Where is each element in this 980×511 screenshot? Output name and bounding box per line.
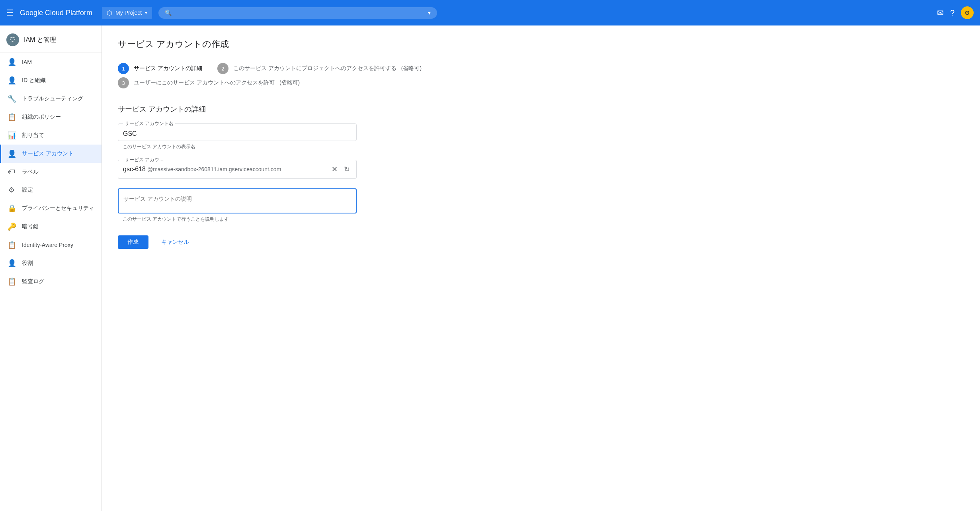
page-title: サービス アカウントの作成: [118, 38, 964, 50]
description-form-group: このサービス アカウントで行うことを説明します: [118, 188, 357, 223]
step3-optional: (省略可): [279, 79, 300, 86]
search-input[interactable]: [175, 10, 425, 16]
stepper: 1 サービス アカウントの詳細 — 2 このサービス アカウントにプロジェクトへ…: [118, 63, 964, 88]
sidebar-item-org-policy[interactable]: 📋 組織のポリシー: [0, 108, 102, 126]
step1-label: サービス アカウントの詳細: [134, 65, 202, 72]
service-account-description-input[interactable]: [119, 189, 356, 211]
sidebar-item-label: 役割: [22, 260, 33, 267]
account-id-suffix: @massive-sandbox-260811.iam.gserviceacco…: [147, 166, 330, 172]
search-icon: 🔍: [165, 10, 172, 16]
sidebar-item-label: 組織のポリシー: [22, 114, 61, 121]
name-field-wrapper: サービス アカウント名: [118, 123, 357, 141]
encryption-icon: 🔑: [8, 222, 16, 231]
step-separator-1: —: [207, 65, 213, 72]
description-field-hint: このサービス アカウントで行うことを説明します: [118, 216, 357, 223]
top-nav: ☰ Google Cloud Platform ⬡ My Project ▾ 🔍…: [0, 0, 980, 25]
step3-badge: 3: [118, 77, 129, 88]
sidebar-item-label: サービス アカウント: [22, 150, 74, 157]
sidebar-item-label: ラベル: [22, 168, 39, 176]
sidebar-item-label: IAM: [22, 59, 32, 65]
stepper-row-1: 1 サービス アカウントの詳細 — 2 このサービス アカウントにプロジェクトへ…: [118, 63, 964, 74]
privacy-security-icon: 🔒: [8, 204, 16, 213]
nav-actions: ✉ ? G: [937, 6, 974, 19]
sidebar: 🛡 IAM と管理 👤 IAM 👤 ID と組織 🔧 トラブルシューティング 📋…: [0, 25, 102, 511]
sidebar-item-label: 設定: [22, 186, 33, 194]
project-icon: ⬡: [107, 9, 112, 17]
stepper-row-2: 3 ユーザーにこのサービス アカウントへのアクセスを許可 (省略可): [118, 77, 964, 88]
id-field-label: サービス アカウ...: [123, 157, 165, 163]
chevron-down-icon: ▾: [145, 10, 147, 16]
troubleshoot-icon: 🔧: [8, 94, 16, 103]
id-form-group: サービス アカウ... gsc-618 @massive-sandbox-260…: [118, 160, 357, 179]
form-section-title: サービス アカウントの詳細: [118, 104, 964, 114]
account-id-prefix[interactable]: gsc-618: [123, 166, 146, 173]
step2-label: このサービス アカウントにプロジェクトへのアクセスを許可する: [233, 65, 396, 72]
sidebar-header: 🛡 IAM と管理: [0, 25, 102, 53]
sidebar-item-troubleshoot[interactable]: 🔧 トラブルシューティング: [0, 90, 102, 108]
name-field-hint: このサービス アカウントの表示名: [118, 143, 357, 150]
sidebar-item-roles[interactable]: 👤 役割: [0, 254, 102, 272]
account-id-actions: ✕ ↻: [330, 163, 351, 175]
sidebar-item-settings[interactable]: ⚙ 設定: [0, 181, 102, 199]
sidebar-item-label: 監査ログ: [22, 278, 44, 285]
app-body: 🛡 IAM と管理 👤 IAM 👤 ID と組織 🔧 トラブルシューティング 📋…: [0, 25, 980, 511]
step3-label: ユーザーにこのサービス アカウントへのアクセスを許可: [134, 79, 275, 86]
avatar[interactable]: G: [961, 6, 974, 19]
name-form-group: サービス アカウント名 このサービス アカウントの表示名: [118, 123, 357, 150]
name-field-label: サービス アカウント名: [123, 120, 175, 127]
step1-badge: 1: [118, 63, 129, 74]
search-dropdown-icon[interactable]: ▾: [428, 10, 431, 16]
labels-icon: 🏷: [8, 168, 16, 176]
step-separator-2: —: [426, 65, 432, 72]
sidebar-item-label: Identity-Aware Proxy: [22, 242, 73, 248]
sidebar-item-label: ID と組織: [22, 77, 46, 84]
sidebar-item-label: トラブルシューティング: [22, 95, 83, 102]
sidebar-item-service-accounts[interactable]: 👤 サービス アカウント: [0, 145, 102, 163]
iap-icon: 📋: [8, 241, 16, 249]
sidebar-item-label: プライバシーとセキュリティ: [22, 205, 94, 212]
sidebar-item-privacy-security[interactable]: 🔒 プライバシーとセキュリティ: [0, 199, 102, 217]
sidebar-item-id-org[interactable]: 👤 ID と組織: [0, 71, 102, 90]
id-field-wrapper: サービス アカウ... gsc-618 @massive-sandbox-260…: [118, 160, 357, 179]
sidebar-item-audit-logs[interactable]: 📋 監査ログ: [0, 272, 102, 291]
settings-icon: ⚙: [8, 186, 16, 194]
sidebar-item-label: 暗号鍵: [22, 223, 39, 230]
project-label: My Project: [115, 10, 142, 16]
hamburger-menu[interactable]: ☰: [6, 8, 14, 18]
id-org-icon: 👤: [8, 76, 16, 85]
step2-badge: 2: [217, 63, 228, 74]
sidebar-item-quota[interactable]: 📊 割り当て: [0, 126, 102, 145]
clear-id-button[interactable]: ✕: [330, 163, 339, 175]
refresh-id-button[interactable]: ↻: [342, 163, 351, 175]
shield-icon: 🛡: [6, 33, 19, 46]
description-field-wrapper: [118, 188, 357, 213]
button-row: 作成 キャンセル: [118, 235, 964, 249]
sidebar-item-identity-aware-proxy[interactable]: 📋 Identity-Aware Proxy: [0, 236, 102, 254]
notifications-icon[interactable]: ✉: [937, 8, 944, 18]
app-title: Google Cloud Platform: [20, 9, 92, 17]
roles-icon: 👤: [8, 259, 16, 268]
org-policy-icon: 📋: [8, 113, 16, 121]
sidebar-item-encryption[interactable]: 🔑 暗号鍵: [0, 217, 102, 236]
audit-logs-icon: 📋: [8, 277, 16, 286]
main-content: サービス アカウントの作成 1 サービス アカウントの詳細 — 2 このサービス…: [102, 25, 980, 511]
sidebar-item-iam[interactable]: 👤 IAM: [0, 53, 102, 71]
step2-optional: (省略可): [401, 65, 422, 72]
quota-icon: 📊: [8, 131, 16, 140]
service-accounts-icon: 👤: [8, 149, 16, 158]
iam-icon: 👤: [8, 58, 16, 67]
help-icon[interactable]: ?: [950, 8, 955, 18]
sidebar-item-label: 割り当て: [22, 132, 44, 139]
search-bar: 🔍 ▾: [158, 7, 437, 19]
project-selector[interactable]: ⬡ My Project ▾: [102, 7, 152, 19]
create-button[interactable]: 作成: [118, 235, 148, 249]
sidebar-item-labels[interactable]: 🏷 ラベル: [0, 163, 102, 181]
sidebar-title: IAM と管理: [24, 36, 56, 44]
cancel-button[interactable]: キャンセル: [155, 235, 195, 249]
